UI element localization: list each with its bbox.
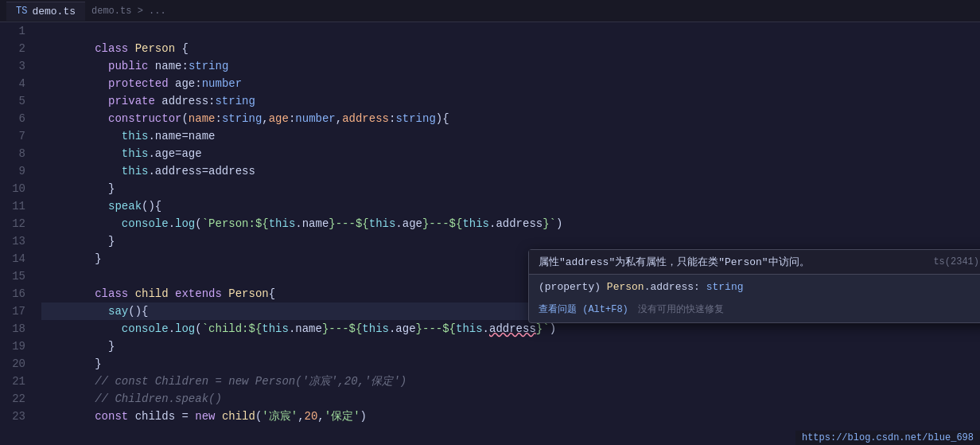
tab-bar: TS demo.ts demo.ts > ... (0, 0, 980, 22)
breadcrumb: demo.ts > ... (91, 6, 166, 17)
code-area: 1 2 3 4 5 6 7 8 9 10 11 12 13 14 15 16 1… (0, 22, 980, 445)
tooltip-ts-code: ts(2341) (933, 256, 979, 267)
tooltip-view-problem-link[interactable]: 查看问题 (Alt+F8) (539, 303, 628, 316)
code-line: } (41, 338, 980, 355)
tooltip-actions: 查看问题 (Alt+F8) 没有可用的快速修复 (529, 299, 980, 322)
editor-container: TS demo.ts demo.ts > ... 1 2 3 4 5 6 7 8… (0, 0, 980, 445)
code-line: speak(){ (41, 180, 980, 197)
tooltip-error-message: 属性"address"为私有属性，只能在类"Person"中访问。 (539, 255, 810, 269)
code-line: console.log(`Person:${this.name}---${thi… (41, 197, 980, 215)
code-line: } (41, 232, 980, 250)
tooltip-header: 属性"address"为私有属性，只能在类"Person"中访问。 ts(234… (529, 250, 980, 275)
tab-label: demo.ts (32, 6, 76, 18)
tooltip-no-fix-text: 没有可用的快速修复 (638, 303, 724, 316)
code-content[interactable]: class Person { public name:string protec… (35, 22, 980, 445)
code-line: class Person { (41, 22, 980, 40)
code-line: // const Children = new Person('凉宸',20,'… (41, 355, 980, 373)
editor-tab[interactable]: TS demo.ts (6, 2, 85, 21)
typescript-icon: TS (16, 6, 27, 17)
status-bar-url: https://blog.csdn.net/blue_698 (795, 431, 980, 445)
line-numbers: 1 2 3 4 5 6 7 8 9 10 11 12 13 14 15 16 1… (0, 22, 35, 445)
tooltip-popup: 属性"address"为私有属性，只能在类"Person"中访问。 ts(234… (528, 249, 980, 323)
tooltip-body: (property) Person.address: string (529, 275, 980, 299)
